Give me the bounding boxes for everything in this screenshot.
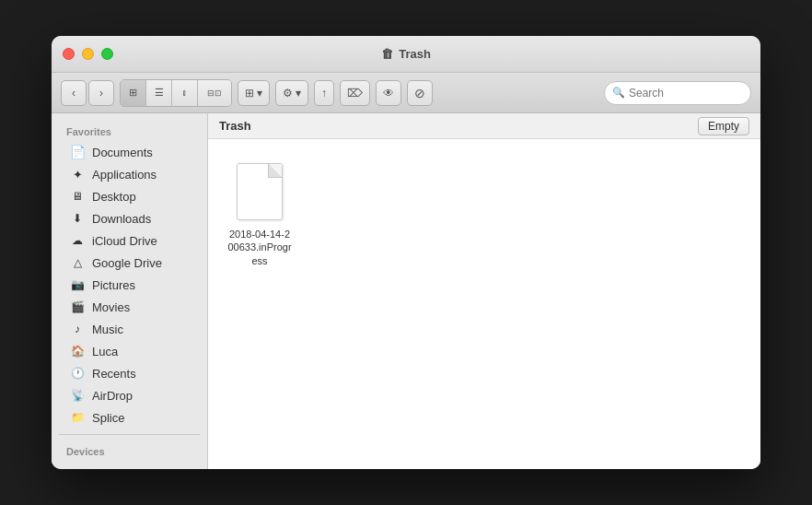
favorites-label: Favorites	[52, 121, 207, 141]
sidebar-item-downloads-label: Downloads	[92, 212, 151, 226]
file-item[interactable]: 2018-04-14-200633.inProgress	[223, 154, 296, 273]
nav-buttons: ‹ ›	[61, 80, 114, 106]
file-area-header: Trash Empty	[208, 113, 760, 139]
sidebar-item-google-drive[interactable]: △ Google Drive	[55, 252, 203, 274]
toolbar: ‹ › ⊞ ☰ ⫾ ⊟⊡ ⊞ ▾ ⚙ ▾	[52, 73, 760, 113]
titlebar: 🗑 Trash	[52, 36, 760, 73]
preview-button[interactable]: 👁	[376, 80, 401, 106]
maximize-button[interactable]	[101, 48, 113, 60]
file-area: Trash Empty 2018-04-14-200633.inProgress	[208, 113, 760, 469]
google-drive-icon: △	[70, 255, 85, 270]
icon-view-button[interactable]: ⊞	[121, 80, 146, 106]
documents-icon: 📄	[70, 145, 85, 159]
minimize-button[interactable]	[82, 48, 94, 60]
view-buttons: ⊞ ☰ ⫾ ⊟⊡	[120, 79, 232, 107]
forward-icon: ›	[99, 87, 103, 100]
cover-flow-button[interactable]: ⊟⊡	[198, 80, 231, 106]
sidebar-item-airdrop-label: AirDrop	[92, 389, 133, 403]
sidebar-item-airdrop[interactable]: 📡 AirDrop	[55, 384, 203, 406]
sidebar-item-applications-label: Applications	[92, 168, 157, 182]
airdrop-icon: 📡	[70, 388, 85, 403]
sidebar-item-icloud-drive[interactable]: ☁ iCloud Drive	[55, 229, 203, 252]
forward-button[interactable]: ›	[88, 80, 114, 106]
splice-icon: 📁	[70, 410, 85, 425]
main-content: Favorites 📄 Documents ✦ Applications 🖥 D…	[52, 113, 760, 469]
sidebar-item-music-label: Music	[92, 323, 123, 336]
back-button[interactable]: ‹	[61, 80, 87, 106]
column-view-button[interactable]: ⫾	[172, 80, 198, 106]
sidebar-item-google-label: Google Drive	[92, 256, 162, 270]
sidebar-item-pictures-label: Pictures	[92, 278, 135, 292]
file-area-title: Trash	[219, 119, 251, 133]
empty-trash-button[interactable]: Empty	[698, 117, 749, 135]
window-title: 🗑 Trash	[381, 47, 431, 61]
cover-flow-icon: ⊟⊡	[207, 88, 222, 98]
gear-icon: ⚙	[283, 87, 293, 100]
action-button[interactable]: ⚙ ▾	[275, 80, 308, 106]
column-view-icon: ⫾	[182, 88, 187, 98]
recents-icon: 🕐	[70, 366, 85, 381]
eye-icon: 👁	[383, 87, 394, 100]
sidebar-item-documents-label: Documents	[92, 146, 153, 159]
search-input[interactable]	[629, 87, 743, 100]
sidebar-item-movies[interactable]: 🎬 Movies	[55, 296, 203, 318]
sidebar-item-desktop[interactable]: 🖥 Desktop	[55, 185, 203, 207]
tag-button[interactable]: ⌦	[340, 80, 370, 106]
search-box[interactable]: 🔍	[604, 81, 751, 105]
music-icon: ♪	[70, 322, 85, 336]
icloud-drive-icon: ☁	[70, 233, 85, 248]
delete-button[interactable]: ⊘	[407, 80, 433, 106]
icon-view-icon: ⊞	[129, 87, 137, 99]
sidebar-item-icloud-label: iCloud Drive	[92, 234, 157, 248]
trash-title-icon: 🗑	[381, 47, 393, 61]
sidebar-item-splice-label: Splice	[92, 411, 124, 425]
file-grid: 2018-04-14-200633.inProgress	[208, 139, 760, 469]
sidebar-divider	[59, 434, 200, 435]
devices-label: Devices	[52, 440, 207, 461]
arrange-dropdown-button[interactable]: ⊞ ▾	[238, 80, 270, 106]
arrange-dropdown-arrow: ▾	[257, 87, 262, 100]
sidebar-item-splice[interactable]: 📁 Splice	[55, 406, 203, 429]
delete-icon: ⊘	[414, 86, 425, 100]
list-view-button[interactable]: ☰	[146, 80, 172, 106]
tag-icon: ⌦	[347, 87, 363, 100]
list-view-icon: ☰	[155, 87, 164, 99]
downloads-icon: ⬇	[70, 211, 85, 226]
file-name: 2018-04-14-200633.inProgress	[226, 228, 293, 267]
pictures-icon: 📷	[70, 277, 85, 292]
sidebar-item-applications[interactable]: ✦ Applications	[55, 163, 203, 185]
sidebar-item-downloads[interactable]: ⬇ Downloads	[55, 207, 203, 229]
luca-icon: 🏠	[70, 344, 85, 358]
applications-icon: ✦	[70, 167, 85, 182]
sidebar-item-movies-label: Movies	[92, 300, 130, 314]
sidebar-item-recents-label: Recents	[92, 367, 136, 381]
share-button[interactable]: ↑	[314, 80, 334, 106]
sidebar-item-pictures[interactable]: 📷 Pictures	[55, 274, 203, 296]
finder-window: 🗑 Trash ‹ › ⊞ ☰ ⫾ ⊟⊡	[52, 36, 760, 469]
file-icon	[232, 159, 287, 224]
close-button[interactable]	[63, 48, 75, 60]
file-paper-icon	[237, 163, 283, 220]
share-icon: ↑	[321, 87, 327, 100]
movies-icon: 🎬	[70, 299, 85, 314]
sidebar-item-documents[interactable]: 📄 Documents	[55, 141, 203, 163]
back-icon: ‹	[72, 87, 75, 100]
sidebar-item-luca[interactable]: 🏠 Luca	[55, 340, 203, 362]
sidebar-item-desktop-label: Desktop	[92, 190, 136, 204]
arrange-icon: ⊞	[245, 87, 254, 100]
search-icon: 🔍	[612, 87, 625, 99]
window-title-text: Trash	[399, 47, 431, 61]
sidebar-item-luca-label: Luca	[92, 345, 118, 358]
sidebar: Favorites 📄 Documents ✦ Applications 🖥 D…	[52, 113, 208, 469]
sidebar-item-music[interactable]: ♪ Music	[55, 318, 203, 340]
sidebar-item-recents[interactable]: 🕐 Recents	[55, 362, 203, 384]
desktop-icon: 🖥	[70, 189, 85, 204]
action-dropdown-arrow: ▾	[296, 87, 301, 100]
traffic-lights	[63, 48, 113, 60]
